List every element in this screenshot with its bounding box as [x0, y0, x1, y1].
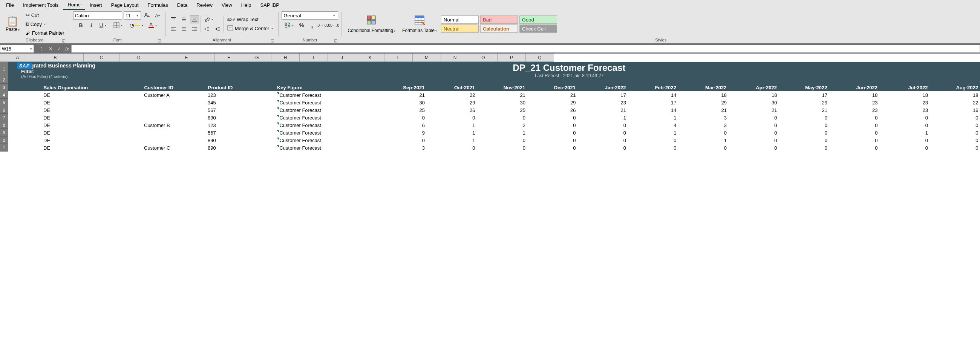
value-cell[interactable]: 0: [778, 136, 829, 144]
row-header[interactable]: 3: [0, 84, 8, 91]
bold-button[interactable]: B: [76, 21, 86, 29]
table-row[interactable]: DE890Customer Forecast010000100000: [8, 136, 980, 144]
row-header[interactable]: 7: [0, 114, 8, 121]
label-cell[interactable]: Customer B: [143, 121, 206, 129]
value-cell[interactable]: 3: [678, 121, 728, 129]
table-row[interactable]: DE890Customer Forecast000011300000: [8, 114, 980, 121]
value-cell[interactable]: 1: [628, 114, 678, 121]
menu-sap-ibp[interactable]: SAP IBP: [256, 1, 284, 10]
number-format-input[interactable]: [282, 13, 331, 19]
decrease-font-icon[interactable]: A▾: [153, 11, 162, 20]
value-cell[interactable]: 0: [829, 114, 879, 121]
label-cell[interactable]: [8, 99, 42, 106]
value-cell[interactable]: 21: [476, 91, 527, 99]
menu-file[interactable]: File: [2, 1, 19, 10]
number-format-combo[interactable]: ▾: [282, 11, 338, 20]
label-cell[interactable]: [8, 121, 42, 129]
align-middle-icon[interactable]: [180, 15, 188, 23]
row-header[interactable]: 1: [0, 144, 8, 151]
style-normal[interactable]: Normal: [441, 16, 479, 24]
col-header-P[interactable]: P: [498, 54, 526, 62]
label-cell[interactable]: DE: [42, 129, 143, 136]
label-cell[interactable]: 890: [206, 114, 275, 121]
value-cell[interactable]: 26: [426, 106, 477, 114]
value-cell[interactable]: 0: [577, 136, 628, 144]
value-cell[interactable]: 29: [426, 99, 477, 106]
style-check-cell[interactable]: Check Cell: [519, 24, 557, 33]
table-header[interactable]: May-2022: [778, 84, 829, 91]
label-cell[interactable]: Customer Forecast: [275, 121, 376, 129]
style-calculation[interactable]: Calculation: [480, 24, 518, 33]
value-cell[interactable]: 0: [728, 129, 779, 136]
conditional-formatting-button[interactable]: Conditional Formatting▾: [345, 14, 398, 35]
value-cell[interactable]: 29: [678, 99, 728, 106]
value-cell[interactable]: 0: [929, 144, 980, 151]
label-cell[interactable]: Customer Forecast: [275, 144, 376, 151]
value-cell[interactable]: 1: [426, 129, 477, 136]
col-header-G[interactable]: G: [243, 54, 271, 62]
value-cell[interactable]: 0: [476, 114, 527, 121]
value-cell[interactable]: 16: [929, 106, 980, 114]
label-cell[interactable]: [143, 106, 206, 114]
table-row[interactable]: DE567Customer Forecast911001000010: [8, 129, 980, 136]
table-header[interactable]: Apr-2022: [728, 84, 779, 91]
formula-input[interactable]: [71, 45, 980, 53]
table-header[interactable]: Jan-2022: [577, 84, 628, 91]
value-cell[interactable]: 2: [476, 121, 527, 129]
table-header[interactable]: Feb-2022: [628, 84, 678, 91]
menu-page-layout[interactable]: Page Layout: [107, 1, 143, 10]
value-cell[interactable]: 22: [426, 91, 477, 99]
value-cell[interactable]: 0: [426, 144, 477, 151]
label-cell[interactable]: 567: [206, 129, 275, 136]
value-cell[interactable]: 21: [577, 106, 628, 114]
value-cell[interactable]: 0: [879, 144, 929, 151]
value-cell[interactable]: 0: [829, 144, 879, 151]
col-header-O[interactable]: O: [469, 54, 498, 62]
value-cell[interactable]: 1: [628, 129, 678, 136]
col-header-A[interactable]: A: [8, 54, 27, 62]
alignment-launcher-icon[interactable]: ◲: [269, 38, 275, 43]
table-header[interactable]: Key Figure: [275, 84, 376, 91]
value-cell[interactable]: 1: [426, 136, 477, 144]
label-cell[interactable]: Customer C: [143, 144, 206, 151]
value-cell[interactable]: 0: [929, 114, 980, 121]
value-cell[interactable]: 29: [527, 99, 578, 106]
value-cell[interactable]: 25: [376, 106, 426, 114]
label-cell[interactable]: [8, 144, 42, 151]
style-neutral[interactable]: Neutral: [441, 24, 479, 33]
table-row[interactable]: DECustomer C890Customer Forecast30000000…: [8, 144, 980, 151]
value-cell[interactable]: 4: [628, 121, 678, 129]
align-right-icon[interactable]: [190, 25, 199, 33]
label-cell[interactable]: Customer Forecast: [275, 99, 376, 106]
label-cell[interactable]: 890: [206, 136, 275, 144]
label-cell[interactable]: DE: [42, 114, 143, 121]
currency-button[interactable]: 💱▾: [282, 21, 296, 29]
label-cell[interactable]: Customer Forecast: [275, 129, 376, 136]
menu-review[interactable]: Review: [192, 1, 217, 10]
table-header[interactable]: Dec-2021: [527, 84, 578, 91]
value-cell[interactable]: 29: [778, 99, 829, 106]
value-cell[interactable]: 18: [879, 91, 929, 99]
value-cell[interactable]: 0: [577, 144, 628, 151]
font-launcher-icon[interactable]: ◲: [157, 38, 162, 43]
value-cell[interactable]: 1: [426, 121, 477, 129]
menu-help[interactable]: Help: [237, 1, 256, 10]
value-cell[interactable]: 0: [728, 114, 779, 121]
label-cell[interactable]: DE: [42, 106, 143, 114]
value-cell[interactable]: 0: [476, 144, 527, 151]
align-center-icon[interactable]: [180, 25, 188, 33]
name-box[interactable]: W15 ▾: [0, 45, 34, 53]
confirm-formula-icon[interactable]: ✓: [55, 46, 63, 52]
label-cell[interactable]: Customer A: [143, 91, 206, 99]
label-cell[interactable]: DE: [42, 99, 143, 106]
value-cell[interactable]: 26: [527, 106, 578, 114]
value-cell[interactable]: 18: [829, 91, 879, 99]
row-header[interactable]: 9: [0, 129, 8, 136]
value-cell[interactable]: 0: [829, 121, 879, 129]
percent-button[interactable]: %: [297, 21, 306, 29]
row-header[interactable]: 5: [0, 99, 8, 106]
number-launcher-icon[interactable]: ◲: [333, 38, 338, 43]
value-cell[interactable]: 0: [577, 129, 628, 136]
table-header[interactable]: Customer ID: [143, 84, 206, 91]
decrease-indent-icon[interactable]: [202, 25, 212, 33]
